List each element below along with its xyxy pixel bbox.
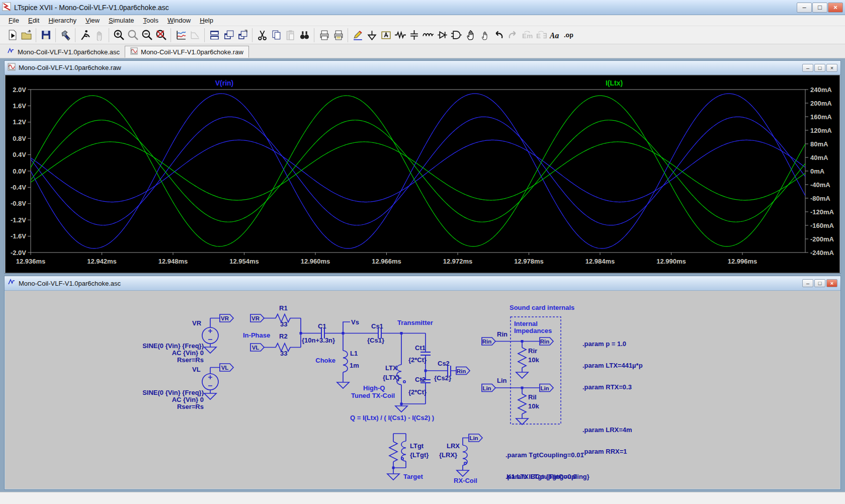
menu-item-window[interactable]: Window <box>163 16 195 25</box>
x-tick-label: 12.990ms <box>656 258 686 265</box>
move-icon[interactable] <box>463 28 477 42</box>
vl-rser-value: Rser=Rs <box>113 403 204 410</box>
flag-vr-in-label[interactable]: VR <box>251 315 260 321</box>
zoom-back-icon[interactable] <box>126 28 140 42</box>
waveform-minimize-button[interactable]: – <box>802 64 813 72</box>
maximize-button[interactable]: □ <box>812 3 827 13</box>
text-icon[interactable]: Aa <box>548 28 562 42</box>
plot-frame <box>31 90 805 253</box>
save-icon[interactable] <box>36 28 53 42</box>
lin-net-label: Lin <box>497 377 507 384</box>
run-icon[interactable] <box>75 28 92 42</box>
rotate-icon[interactable]: E ∃ <box>534 28 548 42</box>
copy-icon[interactable] <box>269 28 283 42</box>
flag-vl-out-label[interactable]: VL <box>221 365 229 371</box>
vr-ac-value: AC {Vin} 0 <box>113 350 204 357</box>
y-left-tick-label: -0.8V <box>11 200 26 207</box>
menu-item-hierarchy[interactable]: Hierarchy <box>44 16 81 25</box>
bode-plot-icon[interactable] <box>188 28 202 42</box>
control-panel-icon[interactable] <box>55 28 72 42</box>
diode-icon[interactable] <box>435 28 449 42</box>
open-file-icon[interactable] <box>19 28 33 42</box>
schematic-window-title: Mono-Coil-VLF-V1.0par6choke.asc <box>19 280 801 287</box>
ground-icon[interactable] <box>365 28 379 42</box>
waveform-plot[interactable]: 2.0V1.6V1.2V0.8V0.4V0.0V-0.4V-0.8V-1.2V-… <box>5 75 840 273</box>
waveform-close-button[interactable]: × <box>826 64 837 72</box>
schematic-window-icon <box>8 278 16 288</box>
waveform-window-titlebar[interactable]: Mono-Coil-VLF-V1.0par6choke.raw – □ × <box>5 61 840 75</box>
param-line: .param TgtCoupling=0.01 <box>505 452 584 459</box>
menu-item-help[interactable]: Help <box>195 16 218 25</box>
flag-lin-right-label[interactable]: Lin <box>540 385 549 391</box>
r2-name: R2 <box>279 333 288 340</box>
resistor-icon[interactable] <box>393 28 407 42</box>
print-preview-icon[interactable] <box>331 28 345 42</box>
y-right-tick-label: -240mA <box>810 249 834 257</box>
y-left-tick-label: 0.0V <box>13 167 26 175</box>
close-button[interactable]: × <box>828 3 843 13</box>
minimize-button[interactable]: – <box>797 3 812 13</box>
y-left-tick-label: -0.4V <box>11 184 26 191</box>
flag-lin-rx-label[interactable]: Lin <box>469 435 478 441</box>
tab-waveform[interactable]: Mono-Coil-VLF-V1.0par6choke.raw <box>125 46 249 58</box>
spice-directive-icon[interactable]: .op <box>562 28 576 42</box>
zoom-out-icon[interactable] <box>140 28 154 42</box>
flag-rin-left-label[interactable]: Rin <box>482 339 492 345</box>
inductor-icon[interactable] <box>421 28 435 42</box>
cascade-windows-icon[interactable] <box>235 28 249 42</box>
comment-transmitter: Transmitter <box>397 319 433 326</box>
flag-vr-out-label[interactable]: VR <box>221 315 229 321</box>
flag-rin-right-label[interactable]: Rin <box>540 339 550 345</box>
tile-horizontal-icon[interactable] <box>204 28 221 42</box>
zoom-full-icon[interactable] <box>154 28 168 42</box>
vr-source-plusminus <box>208 329 212 340</box>
paste-icon[interactable] <box>283 28 297 42</box>
schematic-minimize-button[interactable]: – <box>802 279 813 287</box>
waveform-svg: 2.0V1.6V1.2V0.8V0.4V0.0V-0.4V-0.8V-1.2V-… <box>6 75 839 273</box>
flag-rin-tx-label[interactable]: Rin <box>457 368 466 374</box>
capacitor-icon[interactable] <box>407 28 421 42</box>
menu-item-tools[interactable]: Tools <box>139 16 163 25</box>
flag-vl-in-label[interactable]: VL <box>252 345 260 351</box>
y-right-tick-label: 40mA <box>810 154 828 161</box>
net-label-icon[interactable] <box>379 28 393 42</box>
tile-vertical-icon[interactable] <box>221 28 235 42</box>
schematic-canvas[interactable]: VR VL VR VL Rin Rin Rin Lin Lin Lin VR S… <box>5 291 840 489</box>
schematic-close-button[interactable]: × <box>826 279 837 287</box>
drag-icon[interactable] <box>477 28 491 42</box>
redo-icon[interactable] <box>505 28 520 42</box>
cut-icon[interactable] <box>252 28 269 42</box>
spice-k-statements: K1 LTX LTgt {TgtCoupling} K2 LTgt LRX {T… <box>506 459 590 489</box>
y-right-tick-label: -200mA <box>810 235 834 243</box>
halt-icon[interactable] <box>92 28 106 42</box>
tab-waveform-label: Mono-Coil-VLF-V1.0par6choke.raw <box>141 48 243 56</box>
cs2-name: Cs2 <box>438 360 450 367</box>
undo-icon[interactable] <box>491 28 505 42</box>
comment-highq-1: High-Q <box>363 385 385 392</box>
print-icon[interactable] <box>314 28 331 42</box>
menu-item-view[interactable]: View <box>81 16 104 25</box>
svg-text:Aa: Aa <box>549 31 559 40</box>
tab-schematic[interactable]: Mono-Coil-VLF-V1.0par6choke.asc <box>2 46 125 58</box>
menu-item-edit[interactable]: Edit <box>24 16 44 25</box>
new-schematic-icon[interactable] <box>5 28 19 42</box>
find-icon[interactable] <box>297 28 311 42</box>
schematic-restore-button[interactable]: □ <box>814 279 825 287</box>
waveform-restore-button[interactable]: □ <box>814 64 825 72</box>
ltgt-value: {LTgt} <box>410 452 429 459</box>
schematic-window-titlebar[interactable]: Mono-Coil-VLF-V1.0par6choke.asc – □ × <box>5 276 840 291</box>
svg-text:E ∃: E ∃ <box>536 32 547 40</box>
menu-item-simulate[interactable]: Simulate <box>104 16 139 25</box>
edit-pencil-icon[interactable] <box>348 28 365 42</box>
legend-V(rin)[interactable]: V(rin) <box>215 79 234 87</box>
zoom-area-icon[interactable] <box>109 28 126 42</box>
flag-lin-left-label[interactable]: Lin <box>482 385 491 391</box>
autorange-icon[interactable] <box>171 28 188 42</box>
cs1-name: Cs1 <box>371 323 383 330</box>
component-icon[interactable] <box>449 28 463 42</box>
mirror-icon[interactable]: Em <box>520 28 534 42</box>
menu-item-file[interactable]: File <box>4 16 24 25</box>
x-tick-label: 12.984ms <box>585 258 615 265</box>
resistor-ril <box>518 394 526 414</box>
legend-I(Ltx)[interactable]: I(Ltx) <box>606 79 623 87</box>
